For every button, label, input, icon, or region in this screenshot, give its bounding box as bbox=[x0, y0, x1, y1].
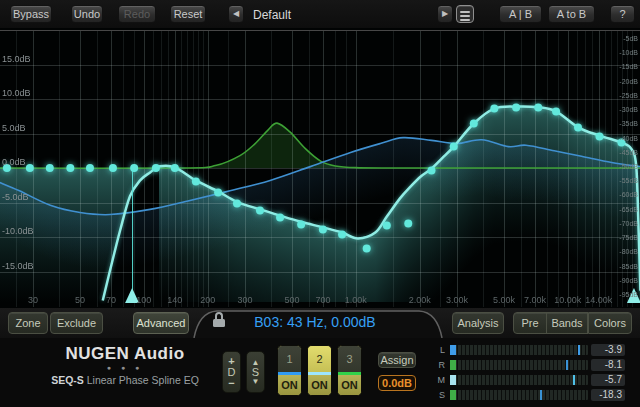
brand-logo: NUGEN Audio bbox=[30, 344, 220, 364]
meter-peak-l bbox=[578, 345, 580, 355]
bypass-button[interactable]: Bypass bbox=[10, 5, 52, 23]
bottom-toolbar: Zone Exclude Advanced B03: 43 Hz, 0.00dB… bbox=[0, 308, 640, 338]
meter-value-m: -5.7 bbox=[591, 374, 625, 386]
meter-peak-s bbox=[540, 390, 542, 400]
s-label: S bbox=[252, 367, 259, 378]
meter-peak-m bbox=[573, 375, 575, 385]
band-1-on-toggle[interactable]: ON bbox=[278, 375, 301, 395]
tab-exclude[interactable]: Exclude bbox=[50, 312, 103, 334]
meter-label-l: L bbox=[435, 345, 445, 355]
product-name: SEQ-S bbox=[51, 374, 84, 386]
meter-block-r bbox=[450, 360, 456, 370]
brand-dots: ● ● ● bbox=[30, 364, 220, 371]
meter-value-r: -8.1 bbox=[591, 359, 625, 371]
lock-icon[interactable] bbox=[213, 312, 225, 327]
meter-label-s: S bbox=[435, 390, 445, 400]
tab-zone[interactable]: Zone bbox=[8, 312, 48, 334]
band-3-button[interactable]: 3 ON bbox=[337, 345, 362, 396]
meter-bar-m bbox=[450, 375, 588, 385]
meter-value-l: -3.9 bbox=[591, 344, 625, 356]
band-2-number: 2 bbox=[308, 346, 331, 372]
meter-label-r: R bbox=[435, 360, 445, 370]
reset-button[interactable]: Reset bbox=[170, 5, 206, 23]
top-bar: Bypass Undo Redo Reset ◀ Default ▶ A | B… bbox=[0, 0, 640, 28]
meter-label-m: M bbox=[435, 375, 445, 385]
plus-icon[interactable]: + bbox=[228, 356, 234, 367]
arrow-down-icon[interactable]: ▼ bbox=[252, 378, 260, 386]
band-3-number: 3 bbox=[338, 346, 361, 372]
meter-block-l bbox=[450, 345, 456, 355]
band-1-number: 1 bbox=[278, 346, 301, 372]
preset-menu-icon[interactable] bbox=[456, 5, 474, 23]
meter-bar-l bbox=[450, 345, 588, 355]
meter-bar-s bbox=[450, 390, 588, 400]
meter-bar-r bbox=[450, 360, 588, 370]
preset-next-icon[interactable]: ▶ bbox=[437, 5, 453, 23]
meter-block-s bbox=[450, 390, 456, 400]
band-2-button[interactable]: 2 ON bbox=[307, 345, 332, 396]
seq-s-plugin-window: Bypass Undo Redo Reset ◀ Default ▶ A | B… bbox=[0, 0, 640, 407]
product-description: Linear Phase Spline EQ bbox=[84, 374, 199, 386]
undo-button[interactable]: Undo bbox=[71, 5, 103, 23]
bands-button[interactable]: Bands bbox=[546, 312, 588, 334]
preset-name[interactable]: Default bbox=[253, 8, 291, 22]
meter-value-s: -18.3 bbox=[591, 389, 625, 401]
band-1-button[interactable]: 1 ON bbox=[277, 345, 302, 396]
minus-icon[interactable]: − bbox=[228, 378, 234, 389]
band-status-readout: B03: 43 Hz, 0.00dB bbox=[230, 314, 400, 330]
redo-button[interactable]: Redo bbox=[118, 5, 156, 23]
colors-button[interactable]: Colors bbox=[588, 312, 632, 334]
analysis-button[interactable]: Analysis bbox=[452, 312, 504, 334]
delete-node-control[interactable]: + D − bbox=[222, 351, 241, 393]
meter-block-m bbox=[450, 375, 456, 385]
help-button[interactable]: ? bbox=[610, 5, 635, 23]
d-label: D bbox=[228, 367, 236, 378]
pre-button[interactable]: Pre bbox=[513, 312, 547, 334]
product-title: SEQ-S Linear Phase Spline EQ bbox=[10, 374, 240, 386]
eq-graph-canvas[interactable] bbox=[0, 28, 640, 308]
solo-control[interactable]: ▲ S ▼ bbox=[246, 351, 265, 393]
menu-bars-icon bbox=[457, 6, 473, 21]
assign-button[interactable]: Assign bbox=[378, 352, 416, 368]
band-3-on-toggle[interactable]: ON bbox=[338, 375, 361, 395]
preset-prev-icon[interactable]: ◀ bbox=[228, 5, 244, 23]
a-to-b-button[interactable]: A to B bbox=[548, 5, 595, 23]
footer-panel: NUGEN Audio ● ● ● SEQ-S Linear Phase Spl… bbox=[0, 338, 640, 407]
assign-gain-value[interactable]: 0.0dB bbox=[378, 375, 416, 391]
band-2-on-toggle[interactable]: ON bbox=[308, 375, 331, 395]
meter-peak-r bbox=[566, 360, 568, 370]
ab-compare-button[interactable]: A | B bbox=[499, 5, 542, 23]
tab-advanced[interactable]: Advanced bbox=[133, 312, 189, 334]
